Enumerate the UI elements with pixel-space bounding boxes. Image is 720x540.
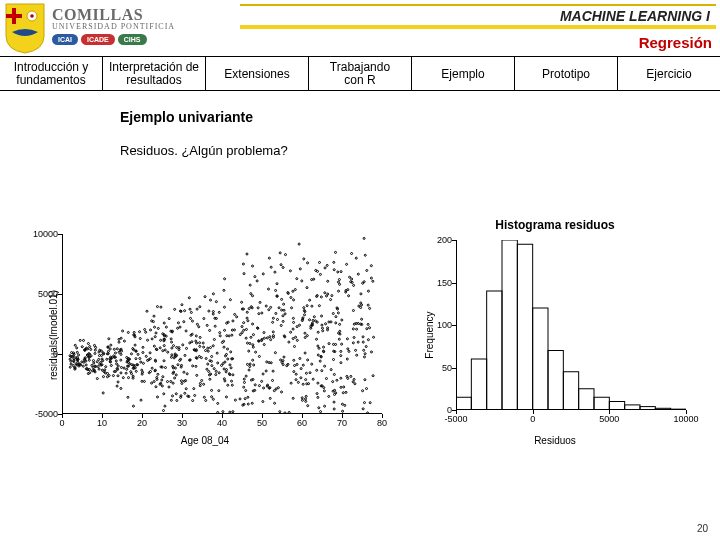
x-tick: 30 bbox=[177, 418, 187, 428]
tab-extensiones[interactable]: Extensiones bbox=[206, 57, 309, 91]
title-band: MACHINE LEARNING I bbox=[240, 4, 716, 29]
slide-header: COMILLAS UNIVERSIDAD PONTIFICIA ICAI ICA… bbox=[0, 0, 720, 56]
y-axis-line bbox=[62, 234, 63, 414]
y-tick: 150 bbox=[437, 278, 452, 288]
x-tick: 60 bbox=[297, 418, 307, 428]
y-tick: 200 bbox=[437, 235, 452, 245]
x-tick: 40 bbox=[217, 418, 227, 428]
tab-label: Interpretación de bbox=[109, 61, 199, 74]
x-tick: 70 bbox=[337, 418, 347, 428]
section-title: Regresión bbox=[639, 34, 712, 51]
y-tick: 50 bbox=[442, 363, 452, 373]
y-tick: 5000 bbox=[38, 289, 58, 299]
tab-label: Prototipo bbox=[542, 67, 590, 81]
tab-ejemplo[interactable]: Ejemplo bbox=[412, 57, 515, 91]
content-heading: Ejemplo univariante bbox=[120, 109, 720, 125]
x-tick: 10000 bbox=[673, 414, 698, 424]
histogram-chart: Histograma residuos Frequency -500005000… bbox=[410, 220, 700, 450]
scatter-canvas bbox=[62, 234, 382, 414]
tab-trabajando-r[interactable]: Trabajando con R bbox=[309, 57, 412, 91]
university-logo-block: COMILLAS UNIVERSIDAD PONTIFICIA ICAI ICA… bbox=[0, 0, 175, 54]
tab-intro[interactable]: Introducción y fundamentos bbox=[0, 57, 103, 91]
scatter-ylabel: residuals(lmodel.01) bbox=[48, 290, 59, 380]
tab-prototipo[interactable]: Prototipo bbox=[515, 57, 618, 91]
course-title: MACHINE LEARNING I bbox=[240, 6, 716, 24]
pill-icai: ICAI bbox=[52, 34, 78, 45]
histogram-canvas bbox=[456, 240, 686, 410]
y-axis-line bbox=[456, 240, 457, 410]
x-tick: 5000 bbox=[599, 414, 619, 424]
tab-label: Ejercicio bbox=[646, 67, 691, 81]
pill-icade: ICADE bbox=[81, 34, 115, 45]
tab-ejercicio[interactable]: Ejercicio bbox=[618, 57, 720, 91]
tab-label: resultados bbox=[126, 74, 181, 87]
tab-label: Trabajando bbox=[330, 61, 390, 74]
tab-label: fundamentos bbox=[16, 74, 85, 87]
tab-label: Ejemplo bbox=[441, 67, 484, 81]
x-tick: 80 bbox=[377, 418, 387, 428]
x-tick: 50 bbox=[257, 418, 267, 428]
x-tick: 0 bbox=[530, 414, 535, 424]
scatter-xlabel: Age 08_04 bbox=[181, 435, 229, 446]
charts-row: residuals(lmodel.01) 01020304050607080-5… bbox=[0, 220, 720, 450]
svg-point-3 bbox=[30, 14, 34, 18]
x-tick: -5000 bbox=[444, 414, 467, 424]
y-tick: 0 bbox=[53, 349, 58, 359]
histogram-ylabel: Frequency bbox=[424, 311, 435, 358]
y-tick: 0 bbox=[447, 405, 452, 415]
x-tick: 0 bbox=[59, 418, 64, 428]
x-tick: 10 bbox=[97, 418, 107, 428]
content-body: Residuos. ¿Algún problema? bbox=[120, 143, 720, 158]
histogram-plot-area: -50000500010000050100150200 bbox=[456, 240, 686, 410]
pill-cihs: CIHS bbox=[118, 34, 147, 45]
slide-content: Ejemplo univariante Residuos. ¿Algún pro… bbox=[0, 91, 720, 158]
histogram-title: Histograma residuos bbox=[495, 218, 614, 232]
svg-rect-1 bbox=[6, 14, 22, 18]
crest-icon bbox=[4, 2, 46, 54]
tab-bar: Introducción y fundamentos Interpretació… bbox=[0, 56, 720, 91]
x-tick: 20 bbox=[137, 418, 147, 428]
histogram-xlabel: Residuos bbox=[534, 435, 576, 446]
title-underline bbox=[240, 25, 716, 29]
y-tick: -5000 bbox=[35, 409, 58, 419]
school-pills: ICAI ICADE CIHS bbox=[52, 34, 175, 45]
tab-interpretacion[interactable]: Interpretación de resultados bbox=[103, 57, 206, 91]
tab-label: Extensiones bbox=[224, 67, 289, 81]
y-tick: 100 bbox=[437, 320, 452, 330]
y-tick: 10000 bbox=[33, 229, 58, 239]
scatter-chart: residuals(lmodel.01) 01020304050607080-5… bbox=[10, 220, 400, 450]
university-name: COMILLAS UNIVERSIDAD PONTIFICIA ICAI ICA… bbox=[52, 2, 175, 45]
university-name-sub: UNIVERSIDAD PONTIFICIA bbox=[52, 22, 175, 31]
x-axis-line bbox=[456, 409, 686, 410]
tab-label: Introducción y bbox=[14, 61, 89, 74]
page-number: 20 bbox=[697, 523, 708, 534]
scatter-plot-area: 01020304050607080-50000500010000 bbox=[62, 234, 382, 414]
tab-label: con R bbox=[344, 74, 375, 87]
